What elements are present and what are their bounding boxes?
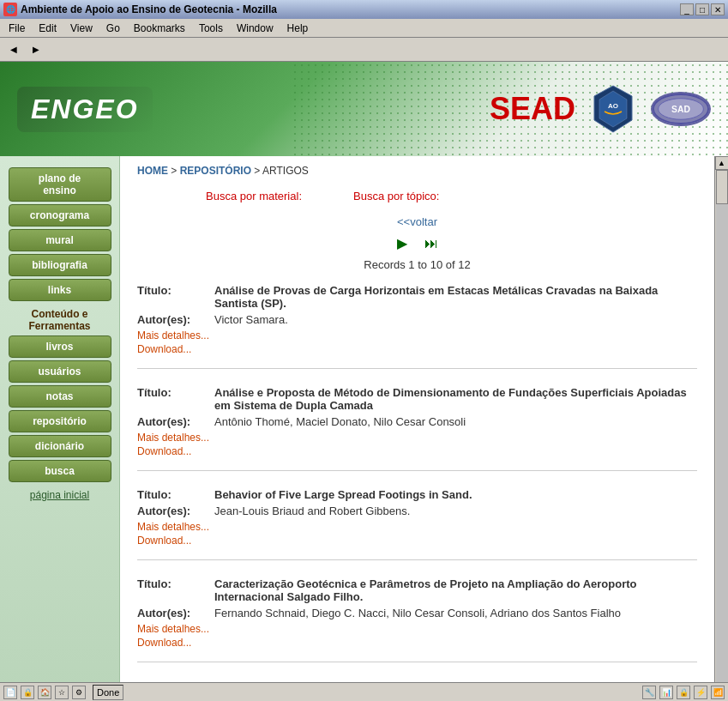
menu-edit[interactable]: Edit [32, 21, 63, 36]
sidebar-btn-mural[interactable]: mural [9, 229, 111, 251]
article-download-1[interactable]: Download... [137, 445, 697, 457]
sidebar: plano deensino cronograma mural bibliogr… [0, 156, 120, 682]
article-titulo-1: Análise e Proposta de Método de Dimensio… [214, 386, 697, 412]
titlebar-controls[interactable]: _ □ ✕ [680, 3, 725, 15]
article-autores-label-2: Autor(es): [137, 505, 214, 517]
shield-svg: AO [593, 84, 634, 134]
header-right: SEAD AO SAD [490, 84, 711, 134]
scroll-up-button[interactable]: ▲ [715, 156, 729, 170]
nav-arrows: ▶ ⏭ [137, 235, 697, 251]
breadcrumb-sep1: > [168, 165, 180, 177]
article-autores-label-0: Autor(es): [137, 313, 214, 326]
menu-go[interactable]: Go [99, 21, 127, 36]
article-titulo-label-4: Título: [137, 680, 214, 682]
scrollbar-thumb[interactable] [716, 170, 728, 204]
play-icon[interactable]: ▶ [397, 235, 407, 251]
sidebar-btn-cronograma[interactable]: cronograma [9, 204, 111, 227]
skip-icon[interactable]: ⏭ [424, 236, 438, 251]
article-row-autor-0: Autor(es): Victor Samara. [137, 313, 697, 326]
article-autores-2: Jean-Louis Briaud and Robert Gibbens. [214, 505, 697, 517]
close-button[interactable]: ✕ [711, 3, 725, 15]
article-row-autor-3: Autor(es): Fernando Schnaid, Diego C. Na… [137, 607, 697, 619]
article-entry-2: Título: Behavior of Five Large Spread Fo… [137, 488, 697, 560]
window-title: Ambiente de Apoio ao Ensino de Geotecnia… [21, 3, 277, 15]
article-mais-detalhes-0[interactable]: Mais detalhes... [137, 329, 697, 341]
sidebar-section-conteudo: Conteúdo eFerramentas [7, 308, 112, 332]
svg-text:AO: AO [608, 102, 618, 110]
article-entry-4: Título: Comportamento das Estacas de Fun… [137, 680, 697, 682]
breadcrumb-repositorio[interactable]: REPOSITÓRIO [180, 165, 251, 177]
breadcrumb-current: ARTIGOS [262, 165, 309, 177]
sidebar-btn-repositorio[interactable]: repositório [9, 410, 111, 432]
article-download-3[interactable]: Download... [137, 637, 697, 649]
statusbar-right-4: ⚡ [694, 686, 707, 699]
statusbar-bookmark-icon: ☆ [55, 686, 69, 699]
sad-logo: SAD [651, 92, 711, 126]
sidebar-btn-bibliografia[interactable]: bibliografia [9, 254, 111, 276]
article-row-title-1: Título: Análise e Proposta de Método de … [137, 386, 697, 412]
search-by-topic[interactable]: Busca por tópico: [353, 190, 439, 202]
article-autores-label-3: Autor(es): [137, 607, 214, 619]
menu-tools[interactable]: Tools [192, 21, 230, 36]
article-mais-detalhes-1[interactable]: Mais detalhes... [137, 432, 697, 444]
article-autores-0: Victor Samara. [214, 313, 697, 326]
menu-view[interactable]: View [63, 21, 99, 36]
sidebar-btn-busca[interactable]: busca [9, 460, 111, 482]
breadcrumb-home[interactable]: HOME [137, 165, 168, 177]
article-row-autor-2: Autor(es): Jean-Louis Briaud and Robert … [137, 505, 697, 517]
article-row-title-3: Título: Caracterização Geotécnica e Parâ… [137, 577, 697, 603]
sidebar-btn-usuarios[interactable]: usuários [9, 360, 111, 383]
article-download-0[interactable]: Download... [137, 343, 697, 355]
sead-logo: SEAD [490, 91, 575, 127]
sidebar-btn-livros[interactable]: livros [9, 335, 111, 358]
article-download-2[interactable]: Download... [137, 535, 697, 547]
back-link[interactable]: <<voltar [397, 215, 437, 228]
page-wrapper: ENGEO SEAD AO [0, 62, 728, 682]
records-info: Records 1 to 10 of 12 [137, 258, 697, 271]
menu-bookmarks[interactable]: Bookmarks [127, 21, 192, 36]
article-mais-detalhes-2[interactable]: Mais detalhes... [137, 521, 697, 533]
article-autores-1: Antônio Thomé, Maciel Donato, Nilo Cesar… [214, 415, 697, 428]
article-titulo-label-3: Título: [137, 577, 214, 603]
sidebar-btn-links[interactable]: links [9, 279, 111, 301]
sidebar-btn-plano[interactable]: plano deensino [9, 167, 111, 202]
forward-button[interactable]: ▶ [26, 40, 46, 59]
scrollbar-right: ▲ ▼ [714, 156, 728, 682]
sidebar-btn-notas[interactable]: notas [9, 385, 111, 408]
statusbar-right-5: 📶 [711, 686, 725, 699]
minimize-button[interactable]: _ [680, 3, 694, 15]
sad-svg: SAD [653, 92, 709, 126]
breadcrumb: HOME > REPOSITÓRIO > ARTIGOS [137, 165, 697, 177]
article-titulo-label-1: Título: [137, 386, 214, 412]
menu-window[interactable]: Window [230, 21, 280, 36]
header: ENGEO SEAD AO [0, 62, 728, 156]
menu-help[interactable]: Help [280, 21, 316, 36]
statusbar-icons-left: 📄 🔒 🏠 ☆ ⚙ [3, 686, 86, 699]
titlebar: 🌐 Ambiente de Apoio ao Ensino de Geotecn… [0, 0, 728, 19]
content-area: ENGEO SEAD AO [0, 62, 728, 682]
statusbar-settings-icon: ⚙ [72, 686, 86, 699]
sidebar-pagina-inicial[interactable]: página inicial [7, 489, 112, 501]
shield-logo: AO [593, 84, 634, 134]
maximize-button[interactable]: □ [695, 3, 709, 15]
statusbar-right-2: 📊 [659, 686, 673, 699]
article-row-autor-1: Autor(es): Antônio Thomé, Maciel Donato,… [137, 415, 697, 428]
article-mais-detalhes-3[interactable]: Mais detalhes... [137, 623, 697, 635]
article-row-title-4: Título: Comportamento das Estacas de Fun… [137, 680, 697, 682]
back-button[interactable]: ◀ [3, 40, 24, 59]
statusbar-page-icon: 📄 [3, 686, 17, 699]
main-wrapper: ENGEO SEAD AO [0, 62, 728, 682]
breadcrumb-sep2: > [251, 165, 262, 177]
sidebar-btn-dicionario[interactable]: dicionário [9, 435, 111, 457]
article-titulo-3: Caracterização Geotécnica e Parâmetros d… [214, 577, 697, 603]
article-autores-3: Fernando Schnaid, Diego C. Nacci, Nilo C… [214, 607, 697, 619]
statusbar-right-1: 🔧 [642, 686, 656, 699]
scrollbar-track [716, 170, 728, 682]
search-by-material[interactable]: Busca por material: [206, 190, 302, 202]
statusbar-icons-right: 🔧 📊 🔒 ⚡ 📶 [642, 686, 725, 699]
article-titulo-label-2: Título: [137, 488, 214, 501]
menu-file[interactable]: File [2, 21, 32, 36]
article-entry-1: Título: Análise e Proposta de Método de … [137, 386, 697, 471]
statusbar: 📄 🔒 🏠 ☆ ⚙ Done 🔧 📊 🔒 ⚡ 📶 [0, 682, 728, 701]
article-titulo-2: Behavior of Five Large Spread Footings i… [214, 488, 697, 501]
